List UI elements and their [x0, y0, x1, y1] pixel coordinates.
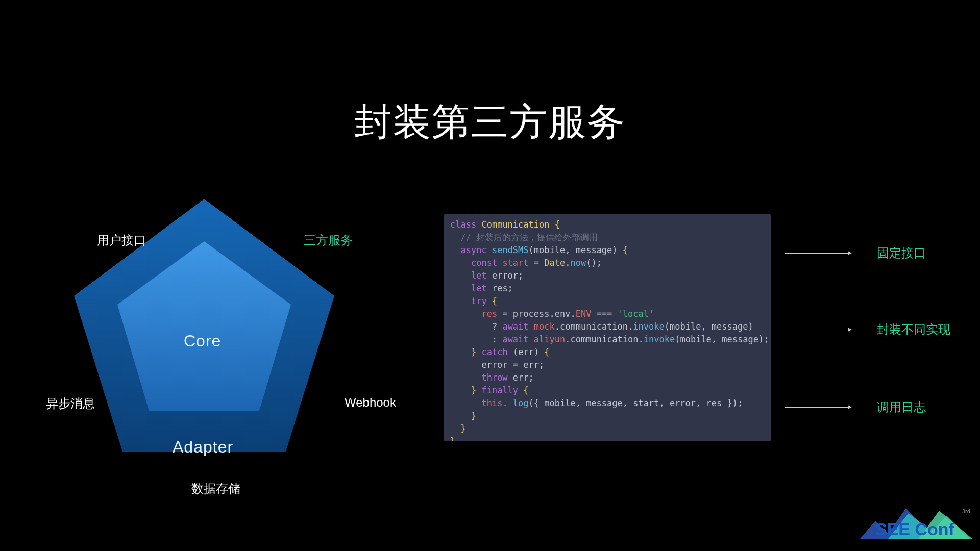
arrow-icon: [785, 253, 851, 254]
slide-title: 封装第三方服务: [0, 97, 980, 148]
svg-text:3rd: 3rd: [962, 508, 970, 514]
kw-try: try: [471, 296, 487, 306]
id-start: start: [502, 258, 528, 268]
txt-comm1: .communication.: [555, 321, 633, 332]
code-block: class Communication { // 封装后的方法，提供给外部调用 …: [444, 214, 771, 441]
id-this: this: [481, 398, 502, 408]
arrow-icon: [785, 407, 851, 408]
pentagon-inner-icon: [112, 237, 296, 416]
arrow-icon: [785, 330, 851, 330]
annotation-label: 固定接口: [877, 245, 926, 261]
annotation-label: 调用日志: [877, 399, 926, 415]
id-mock: mock: [534, 321, 555, 332]
kw-throw: throw: [481, 372, 507, 383]
kw-finally: finally: [481, 385, 518, 395]
kw-await1: await: [502, 321, 528, 332]
label-data-store: 数据存储: [191, 481, 240, 497]
svg-text:SEE Conf: SEE Conf: [875, 519, 955, 539]
op-tern-q: ?: [492, 321, 497, 332]
code-comment: // 封装后的方法，提供给外部调用: [460, 232, 598, 242]
txt-envA: = process.env.: [497, 309, 576, 319]
kw-const: const: [471, 258, 497, 268]
kw-async: async: [460, 245, 486, 255]
op-tern-c: :: [492, 334, 497, 344]
annotation-call-log: 调用日志: [785, 399, 926, 415]
args-catch: (err): [513, 347, 539, 357]
fn-sendSMS: sendSMS: [492, 245, 529, 255]
args-log: ({ mobile, message, start, error, res })…: [529, 398, 743, 408]
see-conf-logo: SEE Conf 3rd: [857, 498, 975, 546]
txt-comm2: .communication.: [565, 334, 644, 344]
args-sendSMS: (mobile, message): [529, 245, 618, 255]
args-invoke1: (mobile, message): [665, 321, 753, 332]
label-user-interface: 用户接口: [97, 232, 146, 248]
label-webhook: Webhook: [345, 395, 396, 410]
fn-invoke1: invoke: [633, 321, 664, 332]
fn-log: ._log: [502, 398, 528, 408]
args-invoke2: (mobile, message);: [675, 334, 769, 344]
op-eq: ===: [591, 309, 617, 319]
core-label: Core: [184, 332, 221, 350]
label-async-msg: 异步消息: [46, 395, 95, 412]
str-local: 'local': [618, 309, 654, 319]
label-third-party: 三方服务: [304, 232, 353, 248]
fn-invoke2: invoke: [644, 334, 675, 344]
annotation-fixed-interface: 固定接口: [785, 245, 926, 261]
annotation-label: 封装不同实现: [877, 321, 950, 338]
kw-catch: catch: [481, 347, 507, 357]
kw-class: class: [450, 219, 476, 230]
annotation-wrap-impl: 封装不同实现: [785, 321, 950, 338]
svg-marker-1: [117, 241, 291, 411]
id-ENV: ENV: [576, 309, 592, 319]
id-aliyun: aliyun: [534, 334, 565, 344]
kw-await2: await: [502, 334, 528, 344]
adapter-label: Adapter: [173, 438, 233, 457]
class-name: Communication: [481, 219, 549, 230]
architecture-pentagon: Core Adapter 用户接口 三方服务 异步消息 Webhook 数据存储: [41, 194, 408, 510]
id-err: err;: [513, 372, 534, 383]
id-res: res: [481, 309, 497, 319]
